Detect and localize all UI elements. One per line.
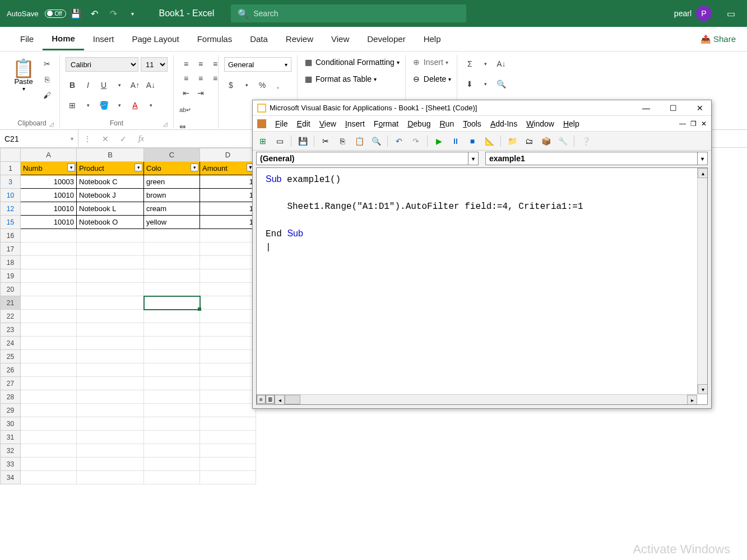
cell[interactable]	[144, 417, 200, 431]
vertical-scrollbar[interactable]: ▴ ▾	[697, 168, 707, 394]
scroll-down-icon[interactable]: ▾	[698, 384, 708, 394]
cut-icon[interactable]: ✂	[40, 57, 54, 71]
row-header[interactable]: 31	[1, 431, 21, 444]
filter-dropdown-icon[interactable]: ▾	[67, 164, 75, 171]
scroll-right-icon[interactable]: ▸	[687, 395, 697, 405]
cancel-icon[interactable]: ✕	[96, 130, 114, 147]
italic-button[interactable]: I	[81, 78, 95, 92]
cell[interactable]	[77, 242, 144, 256]
vba-title-bar[interactable]: Microsoft Visual Basic for Applications …	[253, 100, 711, 116]
cell[interactable]: Amount▼	[200, 162, 256, 175]
cell[interactable]: Notebook O	[77, 216, 144, 229]
cell[interactable]	[200, 296, 256, 310]
row-header[interactable]: 12	[1, 202, 21, 216]
cell[interactable]	[77, 363, 144, 377]
cell[interactable]	[144, 310, 200, 323]
cell[interactable]	[77, 350, 144, 363]
cell[interactable]	[200, 377, 256, 390]
user-account[interactable]: pearl P	[674, 6, 712, 21]
cell[interactable]	[21, 417, 77, 431]
undo-icon[interactable]: ↶	[392, 134, 406, 148]
cell[interactable]	[21, 431, 77, 444]
cell[interactable]	[21, 377, 77, 390]
cell[interactable]	[21, 296, 77, 310]
ribbon-display-icon[interactable]: ▭	[723, 6, 739, 21]
row-header[interactable]: 10	[1, 189, 21, 202]
formula-menu-icon[interactable]: ⋮	[78, 130, 96, 147]
row-header[interactable]: 27	[1, 377, 21, 390]
col-header-c[interactable]: C	[144, 148, 200, 162]
vba-menu-debug[interactable]: Debug	[407, 119, 430, 128]
cell[interactable]	[200, 363, 256, 377]
decrease-indent-icon[interactable]: ⇤	[179, 86, 193, 100]
cell[interactable]: 1	[200, 175, 256, 189]
row-header[interactable]: 26	[1, 363, 21, 377]
minimize-button[interactable]: —	[639, 104, 653, 113]
row-header[interactable]: 22	[1, 310, 21, 323]
cut-icon[interactable]: ✂	[319, 134, 332, 148]
col-header-b[interactable]: B	[77, 148, 144, 162]
cell[interactable]	[200, 471, 256, 484]
conditional-formatting-button[interactable]: ▦Conditional Formatting▾	[303, 57, 400, 67]
cell[interactable]	[144, 390, 200, 404]
redo-icon[interactable]: ↷	[106, 6, 122, 21]
cell[interactable]	[77, 431, 144, 444]
cell[interactable]	[200, 242, 256, 256]
cell[interactable]	[144, 431, 200, 444]
vba-menu-file[interactable]: File	[275, 119, 288, 128]
underline-dropdown-icon[interactable]: ▾	[113, 78, 126, 92]
cell[interactable]	[21, 256, 77, 269]
cell[interactable]	[200, 458, 256, 471]
select-all-corner[interactable]	[1, 148, 21, 162]
vba-menu-tools[interactable]: Tools	[463, 119, 481, 128]
toolbox-icon[interactable]: 🔧	[556, 134, 569, 148]
row-header[interactable]: 29	[1, 404, 21, 417]
search-box[interactable]: 🔍	[231, 4, 466, 22]
decrease-font-icon[interactable]: A↓	[144, 78, 157, 92]
cell[interactable]: 1	[200, 216, 256, 229]
scroll-left-icon[interactable]: ◂	[275, 395, 285, 405]
format-as-table-button[interactable]: ▦Format as Table▾	[303, 74, 377, 84]
cell[interactable]	[77, 310, 144, 323]
vba-menu-format[interactable]: Format	[374, 119, 398, 128]
tab-insert[interactable]: Insert	[84, 29, 123, 49]
cell[interactable]: Colo▾	[144, 162, 200, 175]
cell[interactable]	[144, 444, 200, 458]
row-header[interactable]: 1	[1, 162, 21, 175]
procedure-view-icon[interactable]: ≡	[257, 395, 266, 404]
cell[interactable]: 10010	[21, 216, 77, 229]
borders-dropdown-icon[interactable]: ▾	[81, 99, 95, 112]
cell[interactable]	[77, 377, 144, 390]
cell[interactable]	[77, 458, 144, 471]
number-format-select[interactable]: General▾	[224, 57, 291, 72]
cell[interactable]	[144, 377, 200, 390]
row-header[interactable]: 16	[1, 229, 21, 242]
paste-button[interactable]: 📋 Paste ▾	[10, 57, 37, 94]
chevron-down-icon[interactable]: ▾	[71, 136, 73, 142]
qat-dropdown-icon[interactable]: ▾	[125, 6, 141, 21]
cell[interactable]: 10010	[21, 189, 77, 202]
tab-view[interactable]: View	[322, 29, 358, 49]
cell[interactable]	[21, 471, 77, 484]
fill-icon[interactable]: ⬇	[463, 77, 476, 91]
cell[interactable]	[77, 404, 144, 417]
row-header[interactable]: 18	[1, 256, 21, 269]
view-excel-icon[interactable]: ⊞	[256, 134, 270, 148]
cell[interactable]	[21, 404, 77, 417]
cell[interactable]	[144, 323, 200, 337]
comma-icon[interactable]: ,	[271, 78, 285, 92]
accounting-dropdown-icon[interactable]: ▾	[240, 78, 253, 92]
cell[interactable]: Notebook L	[77, 202, 144, 216]
align-center-icon[interactable]: ≡	[194, 72, 207, 85]
font-color-dropdown-icon[interactable]: ▾	[144, 99, 157, 112]
row-header[interactable]: 23	[1, 323, 21, 337]
break-icon[interactable]: ⏸	[449, 134, 462, 148]
tab-data[interactable]: Data	[241, 29, 277, 49]
row-header[interactable]: 28	[1, 390, 21, 404]
vba-menu-edit[interactable]: Edit	[297, 119, 310, 128]
mdi-minimize-icon[interactable]: —	[679, 120, 686, 128]
cell[interactable]	[144, 350, 200, 363]
fill-dropdown-icon[interactable]: ▾	[113, 99, 126, 112]
cell[interactable]	[144, 471, 200, 484]
increase-font-icon[interactable]: A↑	[128, 78, 142, 92]
